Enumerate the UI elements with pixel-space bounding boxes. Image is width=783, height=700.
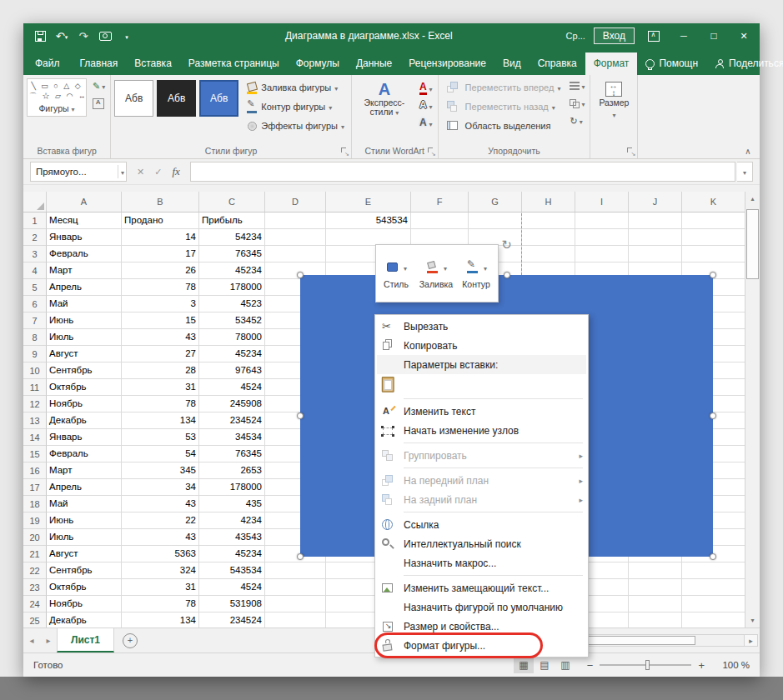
row-number[interactable]: 10 — [23, 362, 47, 379]
cell[interactable]: 78000 — [199, 329, 265, 346]
cell[interactable]: 531908 — [199, 596, 265, 612]
cell[interactable]: 43 — [122, 329, 199, 346]
resize-handle[interactable] — [297, 272, 304, 278]
cell[interactable] — [265, 562, 326, 579]
cell[interactable] — [629, 246, 682, 262]
row-number[interactable]: 3 — [23, 246, 47, 262]
customize-qat-button[interactable] — [117, 27, 137, 45]
cell[interactable] — [682, 612, 745, 628]
row-number[interactable]: 24 — [23, 596, 47, 612]
cell[interactable]: 4524 — [199, 579, 265, 596]
size-button[interactable]: Размер — [594, 78, 634, 119]
align-button[interactable] — [568, 78, 586, 93]
edit-shape-button[interactable] — [91, 78, 107, 93]
cell[interactable]: Февраль — [47, 246, 122, 262]
cell[interactable]: 4234 — [199, 512, 265, 529]
collapse-ribbon-button[interactable] — [741, 145, 755, 155]
cell[interactable] — [265, 596, 326, 612]
context-menu-item[interactable]: Назначить макрос... — [377, 553, 586, 572]
dialog-launcher-icon[interactable] — [427, 147, 436, 156]
resize-handle[interactable] — [504, 272, 510, 278]
cell[interactable]: 31 — [122, 379, 199, 396]
row-number[interactable]: 11 — [23, 379, 47, 396]
sheet-tab-list1[interactable]: Лист1 — [57, 628, 114, 652]
text-outline-button[interactable]: А — [418, 98, 434, 113]
white-icon[interactable]: Абв — [114, 80, 153, 117]
row-number[interactable]: 8 — [23, 329, 47, 346]
row-number[interactable]: 17 — [23, 479, 47, 496]
column-header[interactable]: I — [575, 192, 629, 212]
row-number[interactable]: 21 — [23, 546, 47, 562]
resize-handle[interactable] — [297, 412, 304, 419]
cell[interactable] — [629, 579, 682, 596]
ribbon-tab[interactable]: Формулы — [288, 52, 348, 75]
column-header[interactable]: G — [469, 192, 522, 212]
cell[interactable]: 4523 — [199, 296, 265, 312]
shapes-gallery[interactable]: Фигуры — [27, 78, 87, 117]
ribbon-tab[interactable]: Вид — [494, 52, 530, 75]
cell[interactable] — [629, 212, 682, 229]
cell[interactable]: 15 — [122, 312, 199, 329]
cell[interactable] — [682, 229, 745, 246]
scroll-track[interactable] — [577, 634, 744, 647]
assistant-button[interactable]: Помощн — [637, 52, 706, 75]
cell[interactable]: Ноябрь — [47, 396, 122, 412]
cell[interactable]: 53452 — [199, 312, 265, 329]
mini-toolbar-button[interactable]: Контур — [456, 245, 496, 302]
row-number[interactable]: 18 — [23, 496, 47, 512]
column-header[interactable]: E — [326, 192, 411, 212]
expand-formula-bar-button[interactable] — [737, 162, 753, 182]
arrange-button[interactable]: Область выделения — [442, 117, 565, 135]
row-number[interactable]: 16 — [23, 462, 47, 479]
cell[interactable] — [682, 579, 745, 596]
cell[interactable]: 31 — [122, 579, 199, 596]
resize-handle[interactable] — [710, 553, 716, 560]
tab-file[interactable]: Файл — [23, 52, 72, 75]
cell[interactable]: Продано — [122, 212, 199, 229]
sheet-nav-left-icon[interactable] — [23, 628, 40, 652]
cell[interactable] — [575, 229, 629, 246]
text-effects-button[interactable]: А — [418, 115, 434, 131]
cell[interactable]: 14 — [122, 229, 199, 246]
zoom-slider[interactable] — [600, 664, 691, 666]
cell[interactable] — [522, 246, 575, 262]
cell[interactable]: 78 — [122, 279, 199, 296]
page-layout-view-button[interactable] — [535, 658, 555, 673]
resize-handle[interactable] — [710, 272, 716, 278]
column-header[interactable]: J — [629, 192, 682, 212]
cell[interactable]: Июнь — [47, 312, 122, 329]
cell[interactable]: Январь — [47, 429, 122, 446]
ribbon-tab[interactable]: Разметка страницы — [180, 52, 288, 75]
row-number[interactable]: 6 — [23, 296, 47, 312]
share-button[interactable]: Поделиться — [706, 52, 783, 75]
horizontal-scrollbar[interactable] — [563, 628, 760, 652]
ribbon-tab[interactable]: Вставка — [126, 52, 180, 75]
scroll-thumb[interactable] — [746, 209, 759, 279]
rotate-button[interactable] — [568, 113, 586, 128]
mini-toolbar-button[interactable]: Стиль — [376, 245, 416, 302]
cell[interactable]: 78 — [122, 396, 199, 412]
cell[interactable]: Февраль — [47, 446, 122, 462]
cell[interactable] — [682, 562, 745, 579]
row-number[interactable]: 5 — [23, 279, 47, 296]
shape-fill-button[interactable]: Заливка фигуры — [243, 78, 348, 97]
cell[interactable]: 28 — [122, 362, 199, 379]
resize-handle[interactable] — [710, 412, 716, 419]
page-break-view-button[interactable] — [555, 658, 575, 673]
vertical-scrollbar[interactable] — [745, 192, 760, 628]
select-all-corner[interactable] — [23, 192, 47, 212]
scroll-track[interactable] — [745, 206, 760, 613]
cell[interactable] — [265, 229, 326, 246]
scroll-right-arrow-icon[interactable] — [744, 634, 758, 647]
row-number[interactable]: 22 — [23, 562, 47, 579]
row-number[interactable]: 1 — [23, 212, 47, 229]
rotate-handle-icon[interactable] — [500, 238, 514, 252]
close-button[interactable] — [733, 27, 755, 45]
cell[interactable]: Сентябрь — [47, 562, 122, 579]
cell[interactable]: Сентябрь — [47, 362, 122, 379]
row-number[interactable]: 12 — [23, 396, 47, 412]
cell[interactable] — [411, 212, 469, 229]
cell[interactable]: Август — [47, 546, 122, 562]
cell[interactable]: Апрель — [47, 279, 122, 296]
cell[interactable] — [682, 246, 745, 262]
